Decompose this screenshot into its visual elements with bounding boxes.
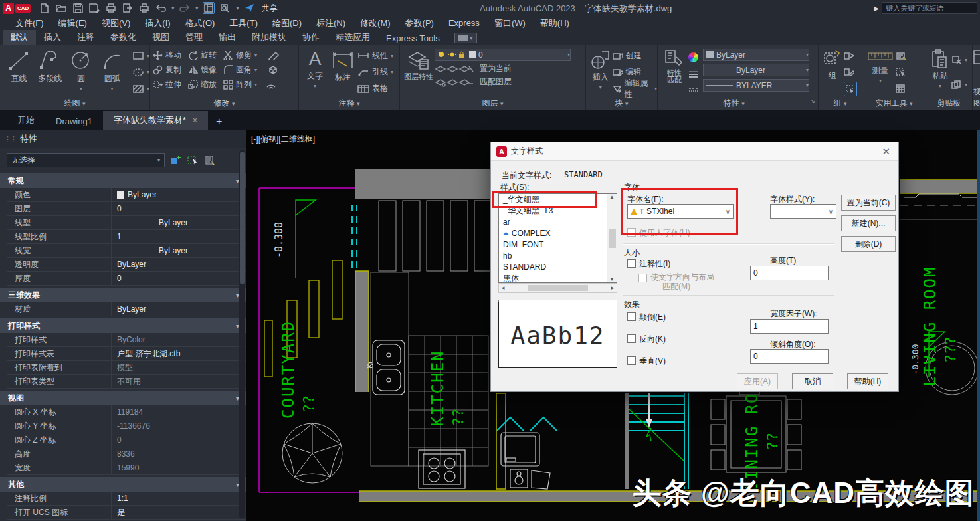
style-item-ar[interactable]: ar bbox=[499, 217, 617, 228]
menu-modify[interactable]: 修改(M) bbox=[353, 16, 398, 31]
undo-icon[interactable] bbox=[155, 2, 167, 14]
quick-select-icon[interactable] bbox=[896, 65, 906, 80]
group-button[interactable]: 组 bbox=[821, 47, 844, 98]
new-file-icon[interactable] bbox=[39, 2, 50, 14]
search-command-icon[interactable] bbox=[219, 2, 231, 14]
style-list-vscrollbar[interactable]: ▲▼ bbox=[607, 194, 617, 282]
stretch-button[interactable]: 拉伸 bbox=[153, 77, 181, 92]
section-plot-style[interactable]: 打印样式▾ bbox=[0, 318, 246, 333]
prop-row-annoscale[interactable]: 注释比例1:1 bbox=[7, 492, 246, 506]
height-input[interactable]: 0 bbox=[750, 266, 829, 280]
annotative-checkbox[interactable]: 注释性(I) bbox=[627, 259, 670, 270]
menu-window[interactable]: 窗口(W) bbox=[487, 16, 533, 31]
select-objects-icon[interactable] bbox=[186, 154, 199, 167]
style-item-dim-font[interactable]: DIM_FONT bbox=[499, 239, 617, 251]
prop-row-center-z[interactable]: 圆心 Z 坐标0 bbox=[7, 433, 246, 447]
prop-row-linetype[interactable]: 线型ByLayer bbox=[7, 216, 246, 230]
file-tab-start[interactable]: 开始 bbox=[7, 111, 45, 130]
ribbon-tab-collaborate[interactable]: 协作 bbox=[294, 30, 328, 45]
erase-button[interactable] bbox=[268, 48, 280, 62]
dialog-title-bar[interactable]: A 文字样式 ✕ bbox=[491, 142, 898, 161]
qat-expand-caret-icon[interactable]: ▾ bbox=[236, 5, 239, 11]
redo-caret-icon[interactable]: ▾ bbox=[195, 5, 198, 11]
group-edit-icon[interactable] bbox=[844, 65, 857, 80]
measure-button[interactable]: 测量▾ bbox=[865, 47, 896, 98]
font-style-combo[interactable]: ∨ bbox=[770, 204, 836, 219]
section-view[interactable]: 视图▾ bbox=[0, 391, 246, 405]
selection-type-combo[interactable]: 无选择▾ bbox=[7, 153, 165, 167]
ribbon-tab-view[interactable]: 视图 bbox=[144, 30, 177, 45]
insert-block-button[interactable]: 插入▾ bbox=[589, 47, 613, 98]
paste-button[interactable]: 粘贴▾ bbox=[929, 47, 951, 98]
section-general[interactable]: 常规▾ bbox=[0, 173, 246, 188]
menu-express[interactable]: Express bbox=[441, 16, 487, 31]
offset-button[interactable] bbox=[265, 77, 277, 92]
save-as-icon[interactable] bbox=[88, 2, 100, 14]
ungroup-icon[interactable] bbox=[844, 49, 857, 63]
layer-properties-button[interactable]: 图层特性 bbox=[403, 47, 435, 98]
group-panel-label[interactable]: 组 ▾ bbox=[819, 98, 862, 109]
menu-tools[interactable]: 工具(T) bbox=[222, 16, 265, 31]
layer-match-button[interactable]: 匹配图层 bbox=[480, 76, 512, 88]
ribbon-tab-manage[interactable]: 管理 bbox=[177, 30, 211, 45]
quick-select-palette-icon[interactable] bbox=[203, 154, 217, 167]
linetype-combo[interactable]: ByLayer▾ bbox=[703, 64, 809, 76]
file-tab-drawing1[interactable]: Drawing1 bbox=[45, 113, 103, 130]
toggle-pickadd-icon[interactable] bbox=[169, 154, 182, 167]
prop-row-width[interactable]: 宽度15990 bbox=[7, 461, 246, 475]
cut-icon[interactable]: ▾ bbox=[951, 53, 967, 68]
menu-format[interactable]: 格式(O) bbox=[178, 16, 223, 31]
menu-parametric[interactable]: 参数(P) bbox=[398, 16, 441, 31]
open-folder-icon[interactable] bbox=[55, 2, 67, 14]
transfer-icon[interactable] bbox=[122, 2, 134, 14]
new-tab-button[interactable]: + bbox=[208, 114, 230, 130]
style-item-standard[interactable]: STANDARD bbox=[499, 262, 617, 273]
prop-row-color[interactable]: 颜色ByLayer bbox=[7, 188, 246, 202]
print-icon[interactable] bbox=[138, 2, 150, 14]
linear-dim-icon[interactable]: 线性▾ bbox=[357, 49, 393, 63]
prop-row-lineweight[interactable]: 线宽ByLayer bbox=[7, 244, 246, 258]
layers-panel-label[interactable]: 图层 ▾ bbox=[400, 98, 585, 109]
section-3d-effects[interactable]: 三维效果▾ bbox=[0, 288, 246, 302]
menu-edit[interactable]: 编辑(E) bbox=[51, 16, 94, 31]
ribbon-tab-parametric[interactable]: 参数化 bbox=[102, 30, 144, 45]
group-select-toggle-icon[interactable] bbox=[844, 82, 857, 96]
apply-button[interactable]: 应用(A) bbox=[737, 373, 778, 389]
ribbon-tab-annotate[interactable]: 注释 bbox=[69, 30, 102, 45]
mirror-button[interactable]: 镜像 bbox=[188, 62, 217, 77]
style-item-heiti[interactable]: 黑体 bbox=[499, 273, 617, 283]
prop-row-transparency[interactable]: 透明度ByLayer bbox=[7, 258, 246, 272]
prop-row-ucs-icon-on[interactable]: 打开 UCS 图标是 bbox=[7, 506, 246, 520]
font-name-combo[interactable]: T STXihei∨ bbox=[627, 204, 734, 219]
menu-help[interactable]: 帮助(H) bbox=[533, 16, 577, 31]
modify-panel-label[interactable]: 修改 ▾ bbox=[150, 98, 298, 109]
prop-row-center-y[interactable]: 圆心 Y 坐标-1136676 bbox=[7, 419, 246, 433]
block-panel-label[interactable]: 块 ▾ bbox=[586, 98, 657, 109]
style-item-huawenxihei-t3[interactable]: _华文细黑_T3 bbox=[499, 205, 617, 217]
text-button[interactable]: A 文字▾ bbox=[302, 47, 328, 98]
style-list-hscrollbar[interactable]: ◄► bbox=[498, 283, 617, 293]
hatch-tool-icon[interactable]: ▾ bbox=[132, 82, 149, 96]
prop-row-thickness[interactable]: 厚度0 bbox=[7, 272, 246, 286]
ribbon-tab-insert[interactable]: 插入 bbox=[36, 30, 69, 45]
fillet-button[interactable]: 圆角▾ bbox=[223, 62, 257, 77]
properties-panel-label[interactable]: 特性 ▾ ↘ bbox=[658, 98, 818, 109]
match-properties-button[interactable]: 特性匹配 bbox=[660, 47, 688, 98]
prop-row-plotstyle[interactable]: 打印样式ByColor bbox=[7, 333, 246, 347]
workspace-icon[interactable] bbox=[203, 2, 215, 14]
close-tab-icon[interactable]: × bbox=[193, 116, 197, 125]
view-panel-label[interactable]: 视图 bbox=[973, 86, 980, 109]
move-button[interactable]: 移动 bbox=[153, 48, 181, 62]
ribbon-display-toggle[interactable]: ▾ bbox=[454, 33, 477, 43]
ribbon-tab-featured[interactable]: 精选应用 bbox=[328, 30, 378, 45]
copy-clip-icon[interactable]: ▾ bbox=[951, 78, 967, 92]
layer-select-combo[interactable]: 0▾ bbox=[435, 49, 571, 61]
new-style-button[interactable]: 新建(N)... bbox=[841, 215, 896, 231]
dialog-close-icon[interactable]: ✕ bbox=[879, 146, 893, 157]
menu-draw[interactable]: 绘图(D) bbox=[265, 16, 309, 31]
style-item-huawenxihei[interactable]: _华文细黑 bbox=[499, 194, 617, 205]
prop-row-ltscale[interactable]: 线型比例1 bbox=[7, 230, 246, 244]
style-item-complex[interactable]: ⏶COMPLEX bbox=[499, 228, 617, 239]
cancel-button[interactable]: 取消 bbox=[792, 373, 833, 389]
linetype-icon[interactable] bbox=[688, 87, 699, 92]
